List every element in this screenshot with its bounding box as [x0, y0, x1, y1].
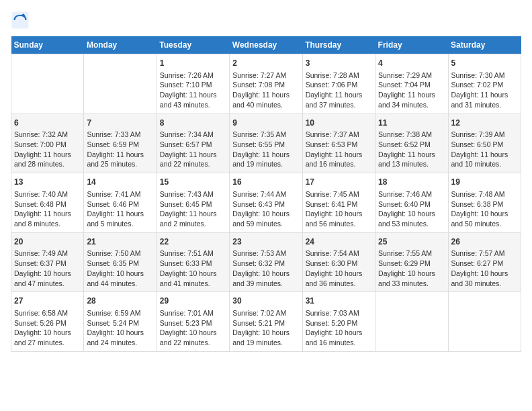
- cell-content: Sunrise: 7:50 AM Sunset: 6:35 PM Dayligh…: [87, 248, 153, 288]
- day-number: 26: [451, 236, 518, 248]
- day-number: 8: [160, 118, 226, 129]
- cell-content: Sunrise: 7:37 AM Sunset: 6:53 PM Dayligh…: [306, 130, 372, 169]
- calendar-cell: 23Sunrise: 7:53 AM Sunset: 6:32 PM Dayli…: [230, 232, 302, 292]
- calendar-cell: 10Sunrise: 7:37 AM Sunset: 6:53 PM Dayli…: [302, 113, 375, 173]
- calendar-week-row: 13Sunrise: 7:40 AM Sunset: 6:48 PM Dayli…: [11, 173, 521, 233]
- calendar-cell: 3Sunrise: 7:28 AM Sunset: 7:06 PM Daylig…: [302, 54, 375, 114]
- day-number: 31: [306, 295, 372, 307]
- calendar-cell: 8Sunrise: 7:34 AM Sunset: 6:57 PM Daylig…: [157, 113, 229, 173]
- cell-content: Sunrise: 7:41 AM Sunset: 6:46 PM Dayligh…: [87, 189, 153, 229]
- cell-content: Sunrise: 7:39 AM Sunset: 6:50 PM Dayligh…: [451, 130, 518, 169]
- day-number: 1: [160, 58, 226, 69]
- calendar-body: 1Sunrise: 7:26 AM Sunset: 7:10 PM Daylig…: [11, 54, 521, 352]
- cell-content: Sunrise: 7:49 AM Sunset: 6:37 PM Dayligh…: [14, 248, 81, 288]
- calendar-cell: [448, 292, 521, 352]
- calendar-week-row: 1Sunrise: 7:26 AM Sunset: 7:10 PM Daylig…: [11, 54, 521, 114]
- day-number: 13: [14, 177, 81, 188]
- day-header-tuesday: Tuesday: [157, 36, 229, 54]
- day-number: 23: [232, 236, 299, 248]
- cell-content: Sunrise: 7:35 AM Sunset: 6:55 PM Dayligh…: [232, 130, 299, 169]
- day-number: 7: [87, 118, 153, 129]
- cell-content: Sunrise: 7:01 AM Sunset: 5:23 PM Dayligh…: [160, 308, 226, 348]
- day-number: 18: [378, 177, 445, 188]
- cell-content: Sunrise: 7:45 AM Sunset: 6:41 PM Dayligh…: [306, 189, 372, 229]
- cell-content: Sunrise: 6:58 AM Sunset: 5:26 PM Dayligh…: [14, 308, 81, 348]
- day-number: 24: [306, 236, 372, 248]
- calendar-cell: 13Sunrise: 7:40 AM Sunset: 6:48 PM Dayli…: [11, 173, 84, 233]
- calendar-cell: 4Sunrise: 7:29 AM Sunset: 7:04 PM Daylig…: [375, 54, 448, 114]
- cell-content: Sunrise: 7:02 AM Sunset: 5:21 PM Dayligh…: [232, 308, 299, 348]
- calendar-cell: 18Sunrise: 7:46 AM Sunset: 6:40 PM Dayli…: [375, 173, 448, 233]
- cell-content: Sunrise: 7:44 AM Sunset: 6:43 PM Dayligh…: [232, 189, 299, 229]
- day-number: 20: [14, 236, 81, 248]
- cell-content: Sunrise: 7:54 AM Sunset: 6:30 PM Dayligh…: [306, 248, 372, 288]
- calendar-cell: 20Sunrise: 7:49 AM Sunset: 6:37 PM Dayli…: [11, 232, 84, 292]
- calendar-week-row: 6Sunrise: 7:32 AM Sunset: 7:00 PM Daylig…: [11, 113, 521, 173]
- calendar-cell: 25Sunrise: 7:55 AM Sunset: 6:29 PM Dayli…: [375, 232, 448, 292]
- calendar-cell: 16Sunrise: 7:44 AM Sunset: 6:43 PM Dayli…: [230, 173, 302, 233]
- cell-content: Sunrise: 7:48 AM Sunset: 6:38 PM Dayligh…: [451, 189, 518, 229]
- cell-content: Sunrise: 7:27 AM Sunset: 7:08 PM Dayligh…: [232, 71, 299, 110]
- day-number: 22: [160, 236, 226, 248]
- calendar-cell: 21Sunrise: 7:50 AM Sunset: 6:35 PM Dayli…: [84, 232, 157, 292]
- day-number: 11: [378, 118, 445, 129]
- day-header-wednesday: Wednesday: [230, 36, 302, 54]
- day-number: 6: [14, 118, 81, 129]
- day-number: 9: [232, 118, 299, 129]
- day-number: 30: [232, 295, 299, 307]
- calendar-cell: 7Sunrise: 7:33 AM Sunset: 6:59 PM Daylig…: [84, 113, 157, 173]
- calendar-cell: [375, 292, 448, 352]
- day-number: 27: [14, 295, 81, 307]
- cell-content: Sunrise: 7:26 AM Sunset: 7:10 PM Dayligh…: [160, 71, 226, 110]
- calendar-week-row: 20Sunrise: 7:49 AM Sunset: 6:37 PM Dayli…: [11, 232, 521, 292]
- cell-content: Sunrise: 7:40 AM Sunset: 6:48 PM Dayligh…: [14, 189, 81, 229]
- day-number: 3: [306, 58, 372, 69]
- day-header-monday: Monday: [84, 36, 157, 54]
- day-header-friday: Friday: [375, 36, 448, 54]
- cell-content: Sunrise: 7:53 AM Sunset: 6:32 PM Dayligh…: [232, 248, 299, 288]
- cell-content: Sunrise: 7:51 AM Sunset: 6:33 PM Dayligh…: [160, 248, 226, 288]
- cell-content: Sunrise: 7:03 AM Sunset: 5:20 PM Dayligh…: [306, 308, 372, 348]
- calendar-table: SundayMondayTuesdayWednesdayThursdayFrid…: [11, 36, 521, 352]
- logo-icon: [11, 11, 30, 30]
- day-number: 16: [232, 177, 299, 188]
- cell-content: Sunrise: 7:29 AM Sunset: 7:04 PM Dayligh…: [378, 71, 445, 110]
- day-header-thursday: Thursday: [302, 36, 375, 54]
- calendar-week-row: 27Sunrise: 6:58 AM Sunset: 5:26 PM Dayli…: [11, 292, 521, 352]
- calendar-cell: 17Sunrise: 7:45 AM Sunset: 6:41 PM Dayli…: [302, 173, 375, 233]
- calendar-cell: 27Sunrise: 6:58 AM Sunset: 5:26 PM Dayli…: [11, 292, 84, 352]
- day-number: 10: [306, 118, 372, 129]
- cell-content: Sunrise: 7:57 AM Sunset: 6:27 PM Dayligh…: [451, 248, 518, 288]
- cell-content: Sunrise: 7:46 AM Sunset: 6:40 PM Dayligh…: [378, 189, 445, 229]
- calendar-cell: 22Sunrise: 7:51 AM Sunset: 6:33 PM Dayli…: [157, 232, 229, 292]
- day-header-sunday: Sunday: [11, 36, 84, 54]
- cell-content: Sunrise: 7:55 AM Sunset: 6:29 PM Dayligh…: [378, 248, 445, 288]
- calendar-cell: 9Sunrise: 7:35 AM Sunset: 6:55 PM Daylig…: [230, 113, 302, 173]
- cell-content: Sunrise: 7:33 AM Sunset: 6:59 PM Dayligh…: [87, 130, 153, 169]
- day-number: 12: [451, 118, 518, 129]
- calendar-cell: 11Sunrise: 7:38 AM Sunset: 6:52 PM Dayli…: [375, 113, 448, 173]
- day-number: 4: [378, 58, 445, 69]
- calendar-cell: 15Sunrise: 7:43 AM Sunset: 6:45 PM Dayli…: [157, 173, 229, 233]
- calendar-cell: 30Sunrise: 7:02 AM Sunset: 5:21 PM Dayli…: [230, 292, 302, 352]
- day-number: 28: [87, 295, 153, 307]
- calendar-cell: 26Sunrise: 7:57 AM Sunset: 6:27 PM Dayli…: [448, 232, 521, 292]
- cell-content: Sunrise: 7:28 AM Sunset: 7:06 PM Dayligh…: [306, 71, 372, 110]
- calendar-header-row: SundayMondayTuesdayWednesdayThursdayFrid…: [11, 36, 521, 54]
- cell-content: Sunrise: 7:38 AM Sunset: 6:52 PM Dayligh…: [378, 130, 445, 169]
- calendar-cell: 14Sunrise: 7:41 AM Sunset: 6:46 PM Dayli…: [84, 173, 157, 233]
- day-number: 29: [160, 295, 226, 307]
- cell-content: Sunrise: 7:43 AM Sunset: 6:45 PM Dayligh…: [160, 189, 226, 229]
- day-number: 19: [451, 177, 518, 188]
- calendar-cell: 31Sunrise: 7:03 AM Sunset: 5:20 PM Dayli…: [302, 292, 375, 352]
- cell-content: Sunrise: 7:34 AM Sunset: 6:57 PM Dayligh…: [160, 130, 226, 169]
- calendar-cell: [84, 54, 157, 114]
- day-number: 25: [378, 236, 445, 248]
- calendar-cell: 6Sunrise: 7:32 AM Sunset: 7:00 PM Daylig…: [11, 113, 84, 173]
- day-number: 21: [87, 236, 153, 248]
- calendar-cell: 24Sunrise: 7:54 AM Sunset: 6:30 PM Dayli…: [302, 232, 375, 292]
- day-header-saturday: Saturday: [448, 36, 521, 54]
- calendar-cell: 28Sunrise: 6:59 AM Sunset: 5:24 PM Dayli…: [84, 292, 157, 352]
- day-number: 17: [306, 177, 372, 188]
- cell-content: Sunrise: 6:59 AM Sunset: 5:24 PM Dayligh…: [87, 308, 153, 348]
